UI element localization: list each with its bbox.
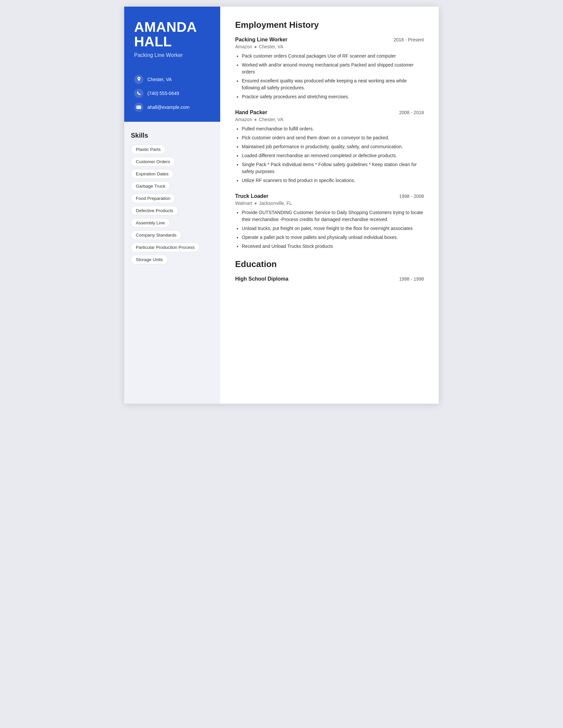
job-dates: 1998 - 2008 xyxy=(399,194,424,199)
bullet-item: Practice safety procedures and stretchin… xyxy=(242,93,424,100)
skill-tag: Customer Orders xyxy=(131,157,175,166)
employment-section: Employment History Packing Line Worker20… xyxy=(235,20,424,250)
job-bullets: Pulled merchandise to fulfill orders.Pic… xyxy=(235,125,424,184)
job-header: Hand Packer2008 - 2018 xyxy=(235,110,424,115)
contact-phone: (740) 555-0649 xyxy=(134,89,210,98)
skills-title: Skills xyxy=(131,132,213,139)
contact-email: ahall@example.com xyxy=(134,103,210,112)
last-name: HALL xyxy=(134,34,210,49)
edu-header: High School Diploma1998 - 1998 xyxy=(235,276,424,282)
phone-icon xyxy=(134,89,143,98)
job-company: Amazon●Chester, VA xyxy=(235,44,424,49)
separator: ● xyxy=(254,201,257,206)
bullet-item: Maintained job performance in productivi… xyxy=(242,143,424,150)
skills-list: Plastic PartsCustomer OrdersExpiration D… xyxy=(131,145,213,264)
bullet-item: Ensured excellent quality was produced w… xyxy=(242,77,424,91)
skills-section: Skills Plastic PartsCustomer OrdersExpir… xyxy=(124,122,220,404)
job-entry: Packing Line Worker2018 - PresentAmazon●… xyxy=(235,37,424,100)
skill-tag: Garbage Truck xyxy=(131,181,170,191)
bullet-item: Received and Unload Trucks Stock product… xyxy=(242,243,424,250)
company-name: Amazon xyxy=(235,117,252,122)
company-name: Amazon xyxy=(235,44,252,49)
job-dates: 2018 - Present xyxy=(394,37,424,42)
separator: ● xyxy=(254,44,257,49)
bullet-item: Worked with and/or around moving mechani… xyxy=(242,62,424,75)
job-company: Amazon●Chester, VA xyxy=(235,117,424,122)
job-role: Packing Line Worker xyxy=(235,37,288,43)
bullet-item: Pulled merchandise to fulfill orders. xyxy=(242,125,424,132)
job-header: Truck Loader1998 - 2008 xyxy=(235,193,424,199)
company-name: Walmart xyxy=(235,201,252,206)
skill-tag: Food Preparation xyxy=(131,194,175,203)
bullet-item: Operate a pallet jack to move pallets an… xyxy=(242,234,424,241)
job-entry: Truck Loader1998 - 2008Walmart●Jacksonvi… xyxy=(235,193,424,250)
bullet-item: Pack customer orders Conceal packages Us… xyxy=(242,53,424,60)
job-entry: Hand Packer2008 - 2018Amazon●Chester, VA… xyxy=(235,110,424,184)
bullet-item: Unload trucks, put freight on palet, mov… xyxy=(242,225,424,232)
job-role: Truck Loader xyxy=(235,193,268,199)
job-bullets: Pack customer orders Conceal packages Us… xyxy=(235,53,424,100)
bullet-item: Provide OUTSTANDING Customer Service to … xyxy=(242,209,424,223)
skill-tag: Plastic Parts xyxy=(131,145,165,154)
company-location: Chester, VA xyxy=(259,117,284,122)
skill-tag: Storage Units xyxy=(131,255,168,264)
bullet-item: Loaded different merchandise an removed … xyxy=(242,152,424,159)
edu-dates: 1998 - 1998 xyxy=(399,276,424,282)
skill-tag: Company Standards xyxy=(131,230,181,240)
main-content: Employment History Packing Line Worker20… xyxy=(220,7,439,404)
jobs-list: Packing Line Worker2018 - PresentAmazon●… xyxy=(235,37,424,250)
email-text: ahall@example.com xyxy=(147,105,189,110)
location-text: Chester, VA xyxy=(147,77,172,82)
education-title: Education xyxy=(235,259,424,269)
resume-container: AMANDA HALL Packing Line Worker Chester,… xyxy=(124,7,439,404)
contact-location: Chester, VA xyxy=(134,75,210,84)
job-bullets: Provide OUTSTANDING Customer Service to … xyxy=(235,209,424,250)
company-location: Jacksonville, FL xyxy=(259,201,292,206)
bullet-item: Pick customer orders and send them down … xyxy=(242,134,424,141)
company-location: Chester, VA xyxy=(259,44,284,49)
skill-tag: Assembly Line xyxy=(131,218,170,228)
first-name: AMANDA xyxy=(134,20,210,34)
employment-title: Employment History xyxy=(235,20,424,30)
phone-text: (740) 555-0649 xyxy=(147,91,179,96)
contact-section: Chester, VA (740) 555-0649 ahall@example… xyxy=(124,68,220,122)
bullet-item: Utilize RF scanners to find product in s… xyxy=(242,177,424,184)
education-section: Education High School Diploma1998 - 1998 xyxy=(235,259,424,282)
sidebar: AMANDA HALL Packing Line Worker Chester,… xyxy=(124,7,220,404)
separator: ● xyxy=(254,117,257,122)
job-company: Walmart●Jacksonville, FL xyxy=(235,201,424,206)
location-icon xyxy=(134,75,143,84)
bullet-item: Single Pack * Pack individual items * Fo… xyxy=(242,161,424,175)
skill-tag: Expiration Dates xyxy=(131,169,173,179)
job-header: Packing Line Worker2018 - Present xyxy=(235,37,424,43)
edu-entry: High School Diploma1998 - 1998 xyxy=(235,276,424,282)
sidebar-header: AMANDA HALL Packing Line Worker xyxy=(124,7,220,68)
education-list: High School Diploma1998 - 1998 xyxy=(235,276,424,282)
email-icon xyxy=(134,103,143,112)
job-dates: 2008 - 2018 xyxy=(399,110,424,115)
job-title: Packing Line Worker xyxy=(134,52,210,58)
edu-degree: High School Diploma xyxy=(235,276,289,282)
skill-tag: Particular Production Process xyxy=(131,243,200,252)
job-role: Hand Packer xyxy=(235,110,267,115)
skill-tag: Defective Products xyxy=(131,206,178,215)
